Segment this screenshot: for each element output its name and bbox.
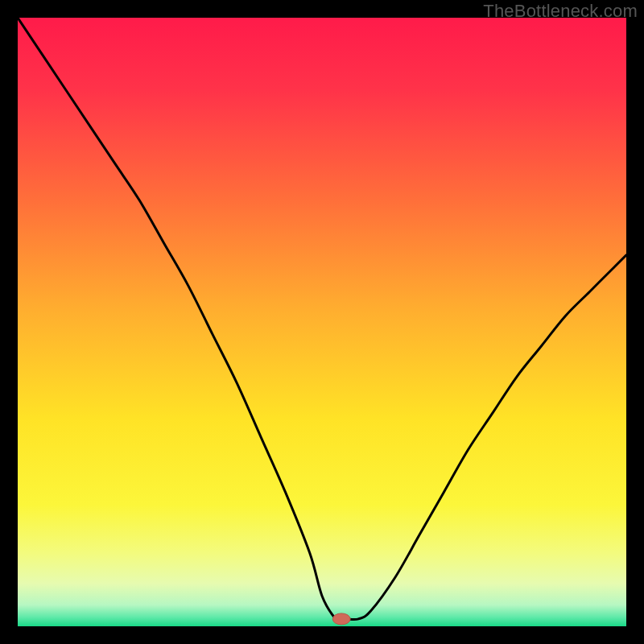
chart-frame: TheBottleneck.com: [0, 0, 644, 644]
plot-svg: [18, 18, 626, 626]
brand-watermark: TheBottleneck.com: [483, 1, 638, 22]
plot-area: [18, 18, 626, 626]
optimum-marker: [332, 613, 350, 625]
gradient-background: [18, 18, 626, 626]
